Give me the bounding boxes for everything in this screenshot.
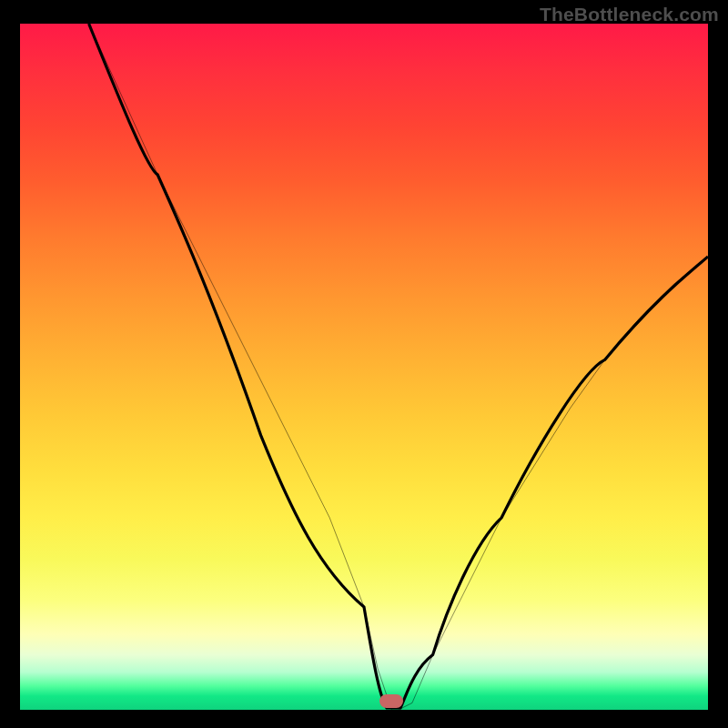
plot-area [20, 24, 708, 710]
optimal-point-marker [379, 694, 403, 708]
data-curve-layer [20, 24, 708, 710]
watermark-text: TheBottleneck.com [540, 4, 719, 25]
chart-frame: TheBottleneck.com [0, 0, 728, 728]
bottleneck-curve-line [89, 24, 708, 710]
